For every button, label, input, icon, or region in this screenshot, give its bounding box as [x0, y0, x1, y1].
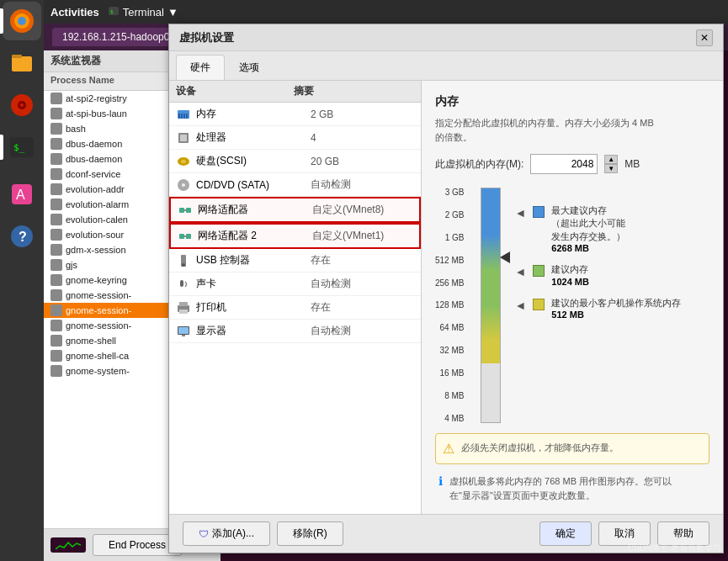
scale-label-256mb: 256 MB: [435, 278, 464, 288]
legend-max-note: （超出此大小可能发生内存交换。）: [551, 217, 625, 243]
scale-label-512mb: 512 MB: [435, 256, 464, 265]
process-name: dbus-daemon: [66, 154, 175, 164]
legend-max-label: 最大建议内存: [551, 204, 625, 217]
process-name: gnome-system-: [66, 366, 175, 376]
process-icon: [50, 198, 62, 210]
scale-label-128mb: 128 MB: [435, 300, 464, 310]
device-list-item[interactable]: 打印机 存在: [169, 296, 421, 320]
svg-point-2: [18, 17, 26, 25]
info-icon: ℹ: [438, 474, 443, 488]
svg-text:$_: $_: [13, 142, 25, 153]
terminal-menu-icon: $: [108, 6, 120, 18]
device-icon-audio: [176, 278, 191, 290]
process-icon: [50, 168, 62, 180]
watermark: CSDN博主·老哥哥教学习: [628, 542, 721, 554]
svg-point-24: [181, 160, 186, 163]
add-button-label: 添加(A)...: [212, 527, 254, 541]
activities-button[interactable]: Activities: [50, 6, 99, 19]
dock-item-music[interactable]: [3, 86, 41, 124]
device-list-item[interactable]: 网络适配器 自定义(VMnet8): [169, 197, 421, 223]
scale-label-16mb: 16 MB: [440, 368, 465, 378]
device-list-item[interactable]: USB 控制器 存在: [169, 249, 421, 273]
device-list-item[interactable]: 声卡 自动检测: [169, 273, 421, 296]
device-name-cell: 声卡: [196, 277, 306, 291]
device-list-panel: 设备 摘要 内存 2 GB 处理器 4 硬盘(SCSI) 20 G: [169, 81, 422, 514]
svg-rect-41: [182, 335, 185, 336]
device-list-item[interactable]: 内存 2 GB: [169, 103, 421, 126]
vm-dialog-content: 设备 摘要 内存 2 GB 处理器 4 硬盘(SCSI) 20 G: [169, 81, 723, 514]
scale-label-2gb: 2 GB: [445, 210, 465, 220]
process-icon: [50, 153, 62, 165]
memory-spin-down[interactable]: ▼: [604, 164, 618, 173]
add-hardware-button[interactable]: 🛡 添加(A)...: [183, 521, 270, 546]
svg-rect-37: [179, 302, 188, 306]
dock-item-firefox[interactable]: [3, 2, 41, 40]
svg-rect-18: [181, 114, 183, 119]
memory-value-input[interactable]: [530, 154, 598, 174]
device-summary-cell: 自动检测: [311, 177, 414, 192]
ok-button[interactable]: 确定: [539, 521, 592, 546]
legend-min-value: 512 MB: [551, 310, 681, 320]
legend-item-recommended: ◄ 建议内存 1024 MB: [514, 263, 709, 286]
scale-labels: 3 GB 2 GB 1 GB 512 MB 256 MB 128 MB 64 M…: [435, 188, 464, 423]
process-icon: [50, 274, 62, 286]
svg-rect-30: [179, 234, 184, 239]
vm-dialog-tabs: 硬件 选项: [169, 51, 723, 81]
process-icon: [50, 244, 62, 256]
device-list-item[interactable]: CD/DVD (SATA) 自动检测: [169, 173, 421, 197]
memory-slider-handle[interactable]: [500, 251, 510, 263]
process-name: gjs: [66, 260, 175, 270]
device-summary-cell: 自动检测: [311, 324, 414, 338]
process-name: evolution-calen: [66, 214, 175, 225]
footer-left-buttons: 🛡 添加(A)... 移除(R): [183, 521, 343, 546]
device-name-cell: 内存: [196, 107, 306, 121]
vm-dialog-close-button[interactable]: ✕: [696, 29, 713, 46]
process-icon: [50, 350, 62, 362]
svg-rect-19: [183, 114, 185, 119]
dock-item-software[interactable]: A: [3, 175, 41, 214]
device-name-cell: 硬盘(SCSI): [196, 154, 306, 168]
memory-legend: ◄ 最大建议内存 （超出此大小可能发生内存交换。） 6268 MB ◄: [514, 188, 709, 423]
process-name: gnome-keyring: [66, 275, 175, 285]
svg-point-26: [182, 183, 185, 187]
device-summary-cell: 2 GB: [311, 108, 414, 120]
firefox-icon: [8, 8, 35, 34]
dock-item-terminal[interactable]: $_: [3, 128, 41, 167]
device-list-header: 设备 摘要: [169, 81, 421, 103]
vm-dialog-title: 虚拟机设置: [179, 30, 234, 45]
warning-icon: ⚠: [443, 441, 454, 457]
software-icon: A: [8, 181, 35, 208]
legend-text-min: 建议的最小客户机操作系统内存 512 MB: [551, 297, 681, 320]
device-list-item[interactable]: 显示器 自动检测: [169, 320, 421, 343]
memory-description: 指定分配给此虚拟机的内存量。内存大小必须为 4 MB的倍数。: [435, 116, 709, 144]
topbar: Activities $ Terminal ▼: [44, 0, 728, 24]
tab-options[interactable]: 选项: [225, 55, 274, 80]
process-icon: [50, 335, 62, 347]
device-summary-cell: 存在: [311, 300, 414, 315]
device-list-item[interactable]: 网络适配器 2 自定义(VMnet1): [169, 223, 421, 249]
memory-info: ℹ 虚拟机最多将此内存的 768 MB 用作图形内存。您可以在"显示器"设置页面…: [435, 471, 709, 505]
remove-hardware-button[interactable]: 移除(R): [277, 521, 343, 546]
legend-color-recommended: [533, 265, 545, 277]
process-name: gnome-shell-ca: [66, 351, 175, 361]
dock-item-help[interactable]: ?: [3, 217, 41, 256]
svg-rect-38: [179, 310, 188, 314]
terminal-menu[interactable]: $ Terminal ▼: [108, 6, 178, 19]
device-list-item[interactable]: 处理器 4: [169, 126, 421, 150]
dock-item-files[interactable]: [3, 44, 41, 82]
legend-item-max: ◄ 最大建议内存 （超出此大小可能发生内存交换。） 6268 MB: [514, 204, 709, 253]
device-name-cell: 网络适配器 2: [198, 229, 307, 243]
process-icon: [50, 365, 62, 377]
process-icon: [50, 183, 62, 195]
process-name: evolution-addr: [66, 184, 175, 194]
memory-spin-up[interactable]: ▲: [604, 155, 618, 164]
memory-settings-panel: 内存 指定分配给此虚拟机的内存量。内存大小必须为 4 MB的倍数。 此虚拟机的内…: [422, 81, 723, 514]
process-icon: [50, 123, 62, 135]
scale-bar: [481, 188, 501, 423]
svg-text:?: ?: [19, 230, 27, 244]
legend-color-min: [533, 299, 545, 310]
memory-slider-container: 3 GB 2 GB 1 GB 512 MB 256 MB 128 MB 64 M…: [435, 188, 709, 423]
device-list-item[interactable]: 硬盘(SCSI) 20 GB: [169, 150, 421, 173]
process-name: dbus-daemon: [66, 139, 175, 149]
tab-hardware[interactable]: 硬件: [176, 55, 225, 80]
